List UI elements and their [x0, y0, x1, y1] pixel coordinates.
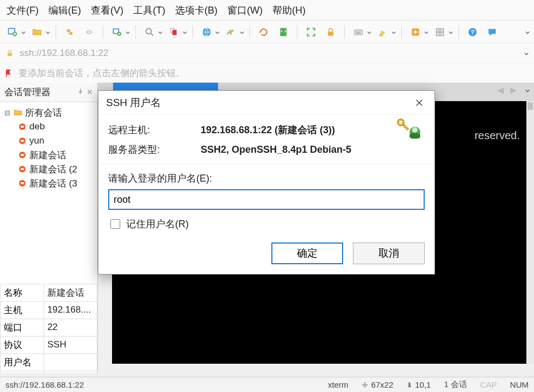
prop-row-desc: 说明 [1, 371, 97, 372]
open-button[interactable] [29, 24, 45, 40]
session-icon [17, 178, 27, 188]
remote-host-label: 远程主机: [108, 123, 201, 136]
session-icon [17, 150, 27, 160]
layout-button[interactable] [432, 24, 448, 40]
cancel-button[interactable]: 取消 [353, 242, 425, 264]
script-button[interactable] [275, 24, 291, 40]
tab-nav-arrows[interactable]: ◀ ▶ [497, 85, 519, 95]
svg-point-4 [146, 28, 151, 34]
svg-rect-10 [328, 32, 333, 35]
feedback-button[interactable] [484, 24, 500, 40]
prop-row-host: 主机192.168.... [1, 301, 97, 319]
toolbar: A ? [0, 21, 534, 43]
web-button[interactable] [198, 24, 215, 40]
add-pane-button[interactable] [407, 24, 424, 40]
session-icon [17, 122, 27, 132]
svg-point-23 [412, 127, 418, 133]
remember-username-input[interactable] [110, 219, 120, 229]
session-tree[interactable]: ⊟ 所有会话 deb yun 新建会话 新建会话 (2 [0, 102, 97, 195]
terminal-scrollbar[interactable] [526, 101, 534, 364]
fullscreen-button[interactable] [303, 24, 319, 40]
status-address: ssh://192.168.68.1:22 [5, 380, 84, 389]
tab-overflow-icon[interactable] [525, 86, 530, 95]
chevron-down-icon[interactable] [158, 28, 163, 36]
menu-edit[interactable]: 编辑(E) [48, 4, 81, 17]
chevron-down-icon[interactable] [424, 28, 429, 36]
status-caps: CAP [480, 380, 497, 389]
remote-host-value: 192.168.68.1:22 (新建会话 (3)) [201, 123, 335, 136]
lock-button[interactable] [322, 24, 339, 40]
svg-rect-11 [355, 29, 363, 34]
panel-title: 会话管理器 [4, 86, 51, 98]
chevron-down-icon[interactable] [367, 28, 371, 36]
help-button[interactable]: ? [464, 24, 481, 40]
address-history-icon[interactable] [524, 48, 529, 59]
username-prompt: 请输入登录的用户名(E): [108, 172, 425, 185]
menu-help[interactable]: 帮助(H) [272, 4, 306, 17]
svg-point-26 [400, 121, 402, 123]
svg-rect-9 [280, 28, 287, 36]
pin-icon[interactable] [77, 87, 84, 98]
status-session-count: 1 会话 [444, 379, 467, 390]
prop-row-name: 名称新建会话 [1, 284, 97, 301]
highlight-button[interactable] [375, 24, 391, 40]
properties-button[interactable] [109, 24, 125, 40]
tree-item[interactable]: 新建会话 [3, 148, 96, 162]
disconnect-button[interactable] [81, 24, 97, 40]
chevron-down-icon[interactable] [449, 28, 453, 36]
reconnect-button[interactable] [61, 24, 78, 40]
chevron-down-icon[interactable] [46, 28, 50, 36]
status-size: 67x22 [361, 380, 393, 389]
bookmark-flag-icon[interactable] [4, 68, 14, 78]
tree-item[interactable]: deb [3, 120, 96, 134]
menu-window[interactable]: 窗口(W) [227, 4, 263, 17]
new-session-button[interactable] [4, 24, 21, 40]
close-icon[interactable] [412, 95, 427, 110]
remember-username-label: 记住用户名(R) [126, 217, 189, 231]
tree-item[interactable]: 新建会话 (3 [3, 176, 96, 190]
tree-root[interactable]: ⊟ 所有会话 [3, 105, 96, 120]
address-bar[interactable]: ssh://192.168.68.1:22 [0, 43, 534, 63]
font-button[interactable]: A [223, 24, 239, 40]
find-button[interactable] [141, 24, 158, 40]
svg-rect-28 [408, 386, 411, 387]
menu-tools[interactable]: 工具(T) [133, 4, 165, 17]
session-properties: 名称新建会话 主机192.168.... 端口22 协议SSH 用户名 说明 [0, 284, 97, 373]
prop-row-user: 用户名 [1, 353, 97, 371]
remember-username-checkbox[interactable]: 记住用户名(R) [108, 217, 425, 231]
ssh-key-user-icon [396, 118, 426, 144]
status-cursor: 10,1 [406, 380, 431, 389]
tree-item-label: 新建会话 [29, 149, 66, 161]
address-text: ssh://192.168.68.1:22 [20, 48, 109, 59]
ok-button[interactable]: 确定 [271, 242, 343, 264]
svg-rect-16 [8, 53, 12, 56]
tree-item[interactable]: 新建会话 (2 [3, 162, 96, 176]
status-bar: ssh://192.168.68.1:22 xterm 67x22 10,1 1… [0, 377, 534, 392]
menu-view[interactable]: 查看(V) [91, 4, 123, 17]
dialog-titlebar: SSH 用户名 [98, 91, 434, 115]
panel-header: 会话管理器 [0, 83, 97, 102]
chevron-down-icon[interactable] [21, 28, 26, 36]
toolbar-overflow-icon[interactable] [525, 28, 530, 36]
menu-tabs[interactable]: 选项卡(B) [175, 4, 218, 17]
menu-bar: 文件(F) 编辑(E) 查看(V) 工具(T) 选项卡(B) 窗口(W) 帮助(… [0, 0, 534, 21]
menu-file[interactable]: 文件(F) [7, 4, 39, 17]
copy-paste-button[interactable] [166, 24, 182, 40]
refresh-button[interactable] [256, 24, 272, 40]
chevron-down-icon[interactable] [126, 28, 130, 36]
hint-bar: 要添加当前会话，点击左侧的箭头按钮。 [0, 63, 534, 83]
dialog-title: SSH 用户名 [106, 96, 161, 110]
folder-icon [13, 108, 23, 117]
svg-rect-6 [173, 30, 177, 34]
chevron-down-icon[interactable] [215, 28, 220, 36]
chevron-down-icon[interactable] [392, 28, 396, 36]
tree-item[interactable]: yun [3, 134, 96, 148]
status-num: NUM [510, 380, 529, 389]
svg-rect-27 [409, 382, 411, 386]
chevron-down-icon[interactable] [183, 28, 187, 36]
collapse-icon[interactable]: ⊟ [3, 109, 11, 117]
chevron-down-icon[interactable] [240, 28, 244, 36]
close-icon[interactable] [86, 87, 93, 98]
username-input[interactable] [108, 189, 425, 210]
keyboard-button[interactable] [350, 24, 367, 40]
